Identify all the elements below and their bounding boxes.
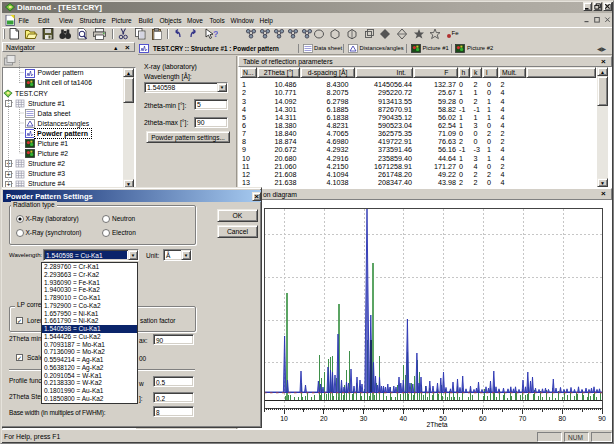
svg-text:30: 30 [360,415,368,422]
svg-text:90: 90 [598,415,606,422]
svg-text:20: 20 [320,415,328,422]
svg-text:Fe: Fe [452,30,460,36]
svg-text:10: 10 [280,415,288,422]
svg-text:?: ? [213,29,218,39]
svg-text:80: 80 [558,415,566,422]
svg-text:2Theta: 2Theta [426,421,447,428]
svg-text:40: 40 [399,415,407,422]
svg-text:70: 70 [519,415,527,422]
svg-text:60: 60 [479,415,487,422]
